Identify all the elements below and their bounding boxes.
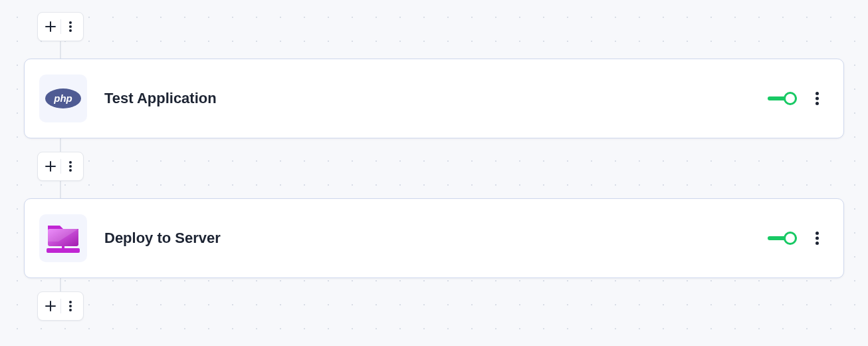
plus-icon bbox=[45, 161, 56, 172]
svg-rect-13 bbox=[62, 246, 64, 249]
kebab-icon bbox=[69, 301, 72, 311]
svg-text:php: php bbox=[53, 92, 72, 104]
add-step-node bbox=[37, 12, 84, 41]
svg-point-8 bbox=[69, 161, 72, 164]
node-menu-button[interactable] bbox=[62, 161, 80, 172]
svg-point-2 bbox=[69, 29, 72, 32]
svg-point-15 bbox=[815, 237, 819, 240]
node-menu-button[interactable] bbox=[62, 21, 80, 32]
svg-rect-12 bbox=[47, 248, 80, 253]
plus-icon bbox=[45, 21, 56, 32]
kebab-icon bbox=[815, 92, 819, 105]
svg-point-17 bbox=[69, 301, 72, 303]
kebab-icon bbox=[815, 232, 819, 245]
svg-point-9 bbox=[69, 165, 72, 168]
svg-point-1 bbox=[69, 25, 72, 28]
step-enable-toggle[interactable] bbox=[768, 91, 797, 106]
plus-icon bbox=[45, 301, 56, 311]
svg-point-14 bbox=[815, 232, 819, 235]
svg-point-10 bbox=[69, 169, 72, 172]
toggle-knob bbox=[784, 232, 797, 245]
step-menu-button[interactable] bbox=[809, 90, 825, 106]
node-menu-button[interactable] bbox=[62, 301, 80, 311]
step-menu-button[interactable] bbox=[809, 230, 825, 246]
svg-point-18 bbox=[69, 305, 72, 307]
add-step-node bbox=[37, 291, 84, 321]
svg-point-16 bbox=[815, 242, 819, 245]
step-title: Deploy to Server bbox=[104, 230, 768, 247]
add-step-button[interactable] bbox=[42, 161, 59, 172]
pipeline-canvas: php Test Application bbox=[0, 0, 868, 346]
divider bbox=[60, 19, 61, 34]
kebab-icon bbox=[69, 21, 72, 32]
svg-point-6 bbox=[815, 97, 819, 100]
step-title: Test Application bbox=[104, 90, 768, 107]
svg-point-19 bbox=[69, 309, 72, 311]
pipeline-step[interactable]: php Test Application bbox=[24, 59, 844, 138]
step-icon-wrap: php bbox=[39, 75, 87, 122]
divider bbox=[60, 299, 61, 313]
divider bbox=[60, 159, 61, 174]
toggle-knob bbox=[784, 92, 797, 105]
step-icon-wrap bbox=[39, 214, 87, 262]
step-enable-toggle[interactable] bbox=[768, 231, 797, 246]
php-icon: php bbox=[45, 87, 82, 110]
deploy-folder-icon bbox=[45, 222, 81, 255]
kebab-icon bbox=[69, 161, 72, 172]
connector-line bbox=[60, 40, 61, 60]
svg-point-0 bbox=[69, 21, 72, 24]
pipeline-step[interactable]: Deploy to Server bbox=[24, 198, 844, 278]
add-step-button[interactable] bbox=[42, 301, 59, 311]
svg-point-5 bbox=[815, 92, 819, 95]
add-step-node bbox=[37, 152, 84, 181]
svg-point-7 bbox=[815, 102, 819, 105]
add-step-button[interactable] bbox=[42, 21, 59, 32]
